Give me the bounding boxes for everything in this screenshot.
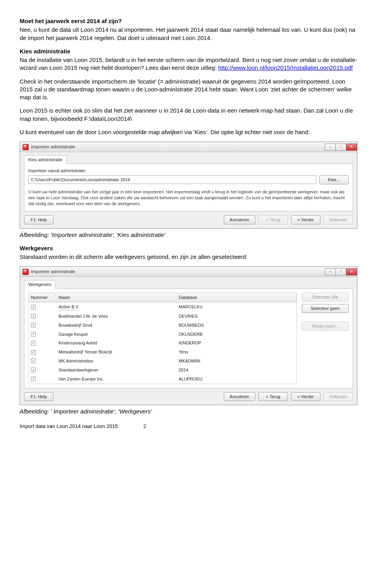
para-werkgevers: Standaard worden in dit scherm alle werk… <box>20 253 357 261</box>
app-logo-icon <box>22 144 29 150</box>
row-checkbox[interactable]: ✓ <box>31 377 36 381</box>
table-row[interactable]: ✓Bouwbedrijf SmidBOUWBEDS <box>29 321 296 330</box>
row-checkbox[interactable]: ✓ <box>31 314 36 319</box>
table-row[interactable]: ✓MK AdministratiesMKADMINI <box>29 357 296 366</box>
tab-werkgevers[interactable]: Werkgevers <box>24 280 55 289</box>
heading-jaarwerk: Moet het jaarwerk eerst 2014 af zijn? <box>20 17 357 25</box>
help-button[interactable]: F1: Help <box>24 215 53 224</box>
row-checkbox[interactable]: ✓ <box>31 323 36 328</box>
row-database: 2014 <box>176 366 296 374</box>
window-title: Importeer administratie <box>31 144 75 150</box>
link-install-pdf[interactable]: http://www.loon.nl/loon2015/InstallatieL… <box>218 64 353 71</box>
titlebar: Importeer administratie <box>20 142 357 152</box>
annuleren-button[interactable]: Annuleren <box>224 392 255 401</box>
selecteer-geen-button[interactable]: Selecteer geen <box>302 304 349 313</box>
wijzig-naam-button: Wijzig naam... <box>302 322 349 331</box>
row-database: BOUWBEDS <box>176 322 296 329</box>
row-naam: Kinderopvang Astrid <box>59 340 97 346</box>
table-row[interactable]: ✓Metaalbedrijf Yensie BlokzijlYens <box>29 348 296 357</box>
window-close-button[interactable] <box>346 268 357 275</box>
para-kies-4: U kunt eventueel van de door Loon voorge… <box>20 128 357 136</box>
verder-button[interactable]: > Verder <box>291 215 320 224</box>
para-kies-3: Loon 2015 is echter ook zo slim dat het … <box>20 107 357 123</box>
row-naam: Van Zanten Europe Inc. <box>59 376 104 382</box>
row-naam: Boekhandel J.W. de Vries <box>59 313 108 319</box>
para-kies-1: Na de installatie van Loon 2015, belandt… <box>20 56 357 72</box>
row-checkbox[interactable]: ✓ <box>31 350 36 355</box>
help-button[interactable]: F1: Help <box>24 392 53 401</box>
para-jaarwerk: Nee, u kunt de data uit Loon 2014 nu al … <box>20 26 357 42</box>
row-checkbox[interactable]: ✓ <box>31 359 36 363</box>
row-naam: MK Administraties <box>59 358 93 364</box>
row-checkbox[interactable]: ✓ <box>31 368 36 372</box>
selecteer-alle-button: Selecteer alle <box>302 293 349 302</box>
table-row[interactable]: ✓Boekhandel J.W. de VriesDEVRIES <box>29 312 296 321</box>
path-input[interactable]: C:\Users\Public\Documents\Loonadministra… <box>28 175 316 184</box>
row-checkbox[interactable]: ✓ <box>31 305 36 309</box>
row-database: MKADMINI <box>176 357 296 365</box>
footer-page: 2 <box>143 423 146 429</box>
voltooien-button: Voltooien <box>324 215 353 224</box>
table-row[interactable]: ✓Van Zanten Europe Inc.ALUPROEU <box>29 375 296 384</box>
row-database: MARCELKU <box>176 303 296 311</box>
window-maximize-button[interactable] <box>335 144 346 151</box>
terug-button: < Terug <box>258 215 288 224</box>
window-minimize-button[interactable] <box>325 144 336 151</box>
caption-dialog-1: Afbeelding: 'Importeer administratie', '… <box>20 231 357 239</box>
row-naam: Standaardwerkgever <box>59 367 99 373</box>
para-kies-2: Check in het onderstaande importscherm d… <box>20 78 357 102</box>
row-naam: Garage Keuper <box>59 331 88 337</box>
label-importeer-vanuit: Importeer vanuit administratie: <box>28 168 349 174</box>
footer-text: Import data van Loon 2014 naar Loon 2015 <box>20 423 118 429</box>
dialog-importeer-administratie-kies: Importeer administratie Kies administrat… <box>20 142 357 229</box>
app-logo-icon <box>22 269 29 275</box>
col-nummer[interactable]: Nummer <box>29 293 56 302</box>
dialog-importeer-administratie-werkgevers: Importeer administratie Werkgevers Numme… <box>20 266 357 405</box>
window-title: Importeer administratie <box>31 269 75 275</box>
row-naam: Bouwbedrijf Smid <box>59 322 92 328</box>
terug-button[interactable]: < Terug <box>258 392 288 401</box>
row-naam: Metaalbedrijf Yensie Blokzijl <box>59 349 112 355</box>
row-database: OKLNDERB <box>176 331 296 338</box>
row-checkbox[interactable]: ✓ <box>31 341 36 346</box>
kies-button[interactable]: Kies... <box>319 175 349 184</box>
table-row[interactable]: ✓Garage KeuperOKLNDERB <box>29 330 296 339</box>
col-naam[interactable]: Naam <box>56 293 176 302</box>
werkgevers-table: Nummer Naam Database ✓Active B.VMARCELKU… <box>28 293 297 384</box>
heading-kies-administratie: Kies administratie <box>20 47 357 55</box>
table-row[interactable]: ✓Standaardwerkgever2014 <box>29 366 296 375</box>
caption-dialog-2: Afbeelding: ' Importeer administratie', … <box>20 408 357 415</box>
row-database: Yens <box>176 348 296 356</box>
row-database: DEVRIES <box>176 313 296 320</box>
row-database: ALUPROEU <box>176 375 296 383</box>
annuleren-button[interactable]: Annuleren <box>224 215 255 224</box>
col-database[interactable]: Database <box>176 293 296 302</box>
table-row[interactable]: ✓Active B.VMARCELKU <box>29 302 296 312</box>
titlebar: Importeer administratie <box>20 267 357 277</box>
table-row[interactable]: ✓Kinderopvang AstridKINDEROP <box>29 339 296 348</box>
window-maximize-button[interactable] <box>335 268 346 275</box>
row-database: KINDEROP <box>176 339 296 347</box>
window-minimize-button[interactable] <box>325 268 336 275</box>
heading-werkgevers: Werkgevers <box>20 244 357 252</box>
verder-button[interactable]: > Verder <box>291 392 320 401</box>
voltooien-button: Voltooien <box>324 392 353 401</box>
row-naam: Active B.V <box>59 304 79 310</box>
tab-kies-administratie[interactable]: Kies administratie <box>24 155 67 164</box>
row-checkbox[interactable]: ✓ <box>31 332 36 337</box>
window-close-button[interactable] <box>346 144 357 151</box>
hint-text: U kunt uw hele administratie van het vor… <box>28 189 349 207</box>
